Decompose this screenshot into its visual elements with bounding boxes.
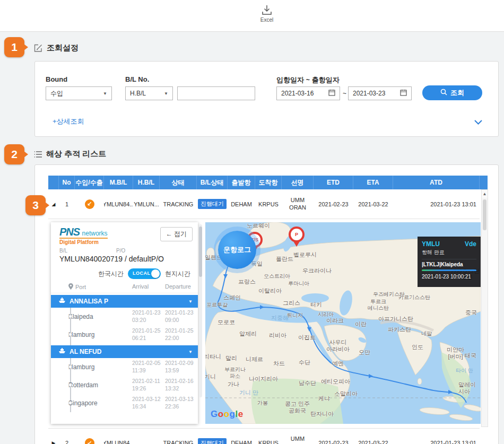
- col-hbl: H.B/L: [133, 176, 160, 189]
- row-expand-toggle[interactable]: ◢: [52, 202, 56, 207]
- map-country-label: 우크라이나: [302, 267, 332, 274]
- cluster-label: 운항로그: [223, 245, 251, 255]
- arrival-date: 2021-02-11: [132, 378, 160, 384]
- bound-label: Bound: [46, 75, 67, 83]
- excel-download-icon: [248, 5, 285, 15]
- po-value: defaultP/O: [129, 255, 164, 263]
- port-col-label: Port: [75, 284, 86, 290]
- google-logo: Google: [211, 409, 244, 420]
- voyage-log-cluster-marker[interactable]: 운항로그: [218, 231, 256, 269]
- vessel-name: AL NEFUD: [69, 348, 101, 355]
- timezone-toggle-row: 한국시간 LOCAL 현지시간: [51, 268, 198, 279]
- arrival-time: 16:34: [132, 403, 146, 410]
- port-pin[interactable]: P: [289, 227, 305, 247]
- detail-search-link[interactable]: +상세조회: [53, 117, 84, 126]
- date-to-input[interactable]: 2021-03-23: [348, 86, 412, 100]
- date-separator: ~: [343, 90, 346, 97]
- port-row: Hamburg 2021-02-0511:39 2021-02-0913:59: [51, 358, 198, 376]
- map-country-label: 독일: [251, 260, 263, 267]
- map-country-label: 사우디 아라비아: [326, 339, 350, 352]
- route-map[interactable]: 노르웨이아일랜드독일폴란드벨로루시우크라이나오스트리아프랑스루마니아이탈리아스페…: [205, 222, 481, 424]
- local-time-toggle[interactable]: LOCAL: [128, 268, 161, 279]
- po-label: P/O: [116, 248, 125, 254]
- scrollbar-thumb[interactable]: [483, 199, 486, 230]
- col-inout: 수입/수출: [75, 176, 104, 189]
- date-from-input[interactable]: 2021-03-16: [276, 86, 340, 100]
- vessel-section-bar[interactable]: ANNALISA P ▼: [51, 295, 198, 308]
- col-pod: 도착항: [255, 176, 282, 189]
- map-country-label: 중국: [465, 309, 477, 316]
- search-button[interactable]: 조회: [422, 85, 482, 100]
- port-name: Rotterdam: [51, 381, 132, 389]
- timeline-dot: [68, 365, 72, 369]
- arrival-date: 2021-03-12: [132, 396, 161, 402]
- col-bl-status: B/L상태: [197, 176, 228, 189]
- map-country-label: 남수단: [299, 380, 316, 387]
- vessel-section-bar[interactable]: AL NEFUD ▼: [51, 345, 198, 358]
- map-country-label: 포르투갈: [206, 302, 228, 308]
- date-range-label: 입항일자 ~ 출항일자: [276, 75, 340, 85]
- arrival-date: 2021-02-05: [132, 360, 161, 366]
- map-sea-label: 기니 만: [239, 389, 258, 396]
- col-mbl: M.B/L: [104, 176, 133, 189]
- calendar-icon[interactable]: [400, 89, 407, 98]
- departure-date: 2021-01-23: [165, 309, 194, 316]
- arrival-time: 06:21: [132, 335, 146, 341]
- pns-logo: PNS networks Digital Platform: [59, 227, 108, 245]
- map-country-label: 니제르: [246, 356, 263, 363]
- voyage-progress-bar: [422, 269, 476, 271]
- table-row[interactable]: ◢ 1 ↙ YMLUN84... YMLUN... TRACKING 진행대기 …: [48, 189, 480, 219]
- ship-icon: [58, 298, 66, 305]
- itinerary-scrollbar[interactable]: [199, 224, 202, 397]
- bound-select[interactable]: 수입 ▼: [46, 86, 112, 100]
- panel-collapse-chevron-icon[interactable]: [474, 117, 482, 127]
- map-country-label: 노르웨이: [247, 222, 270, 229]
- chevron-down-icon: ▼: [188, 350, 193, 354]
- port-row: Singapore 2021-03-1216:34 2021-03-1322:3…: [51, 394, 198, 412]
- table-row[interactable]: ▶ 2 ↙ YMLUN84... TRACKING 진행대기 DEHAM KRP…: [48, 428, 480, 444]
- map-country-label: 차드: [273, 360, 285, 367]
- tracking-list-panel: No 수입/수출 M.B/L H.B/L 상태 B/L상태 출발항 도착항 선명…: [34, 164, 499, 444]
- toolbar: Excel: [0, 0, 504, 32]
- cell-pol: DEHAM: [228, 189, 255, 219]
- collapse-detail-button[interactable]: ← 접기: [160, 227, 193, 241]
- calendar-icon[interactable]: [328, 89, 335, 98]
- map-country-label: 케냐: [318, 395, 330, 402]
- map-sea-label: 지중해: [271, 315, 289, 321]
- cell-atd: 2021-01-23 13:01: [393, 189, 480, 219]
- cell-etd: 2021-02-23: [314, 429, 353, 444]
- excel-export-button[interactable]: Excel: [248, 5, 285, 23]
- col-pol: 출발항: [228, 176, 255, 189]
- bl-label: B/L: [59, 248, 116, 254]
- table-scrollbar[interactable]: ▲: [481, 189, 488, 427]
- map-country-label: 미얀마 [버마]: [447, 346, 464, 360]
- korea-time-label: 한국시간: [98, 269, 124, 278]
- scroll-up-icon[interactable]: ▲: [482, 190, 488, 198]
- toggle-label: LOCAL: [133, 271, 151, 276]
- arrival-date: 2021-01-25: [132, 327, 161, 334]
- chevron-down-icon: ▼: [164, 91, 168, 96]
- list-icon: [34, 151, 42, 158]
- map-country-label: 아프가니스탄: [378, 316, 413, 323]
- col-no: No: [59, 176, 75, 189]
- search-icon: [440, 89, 447, 97]
- col-eta: ETA: [353, 176, 393, 189]
- chevron-down-icon: ▼: [188, 299, 193, 304]
- tracking-detail-card: PNS networks Digital Platform ← 접기 B/L P…: [51, 222, 198, 424]
- port-row: Hamburg 2021-01-2506:21 2021-01-2522:00: [51, 326, 198, 344]
- bl-status-badge: 진행대기: [198, 438, 227, 444]
- map-country-label: 그리스: [283, 300, 300, 307]
- map-country-label: 태국: [465, 352, 476, 359]
- scrollbar-thumb[interactable]: [199, 227, 202, 277]
- arrival-col-label: Arrival: [132, 283, 165, 291]
- departure-date: 2021-02-16: [165, 378, 194, 384]
- departure-date: 2021-02-09: [165, 360, 194, 366]
- row-expand-toggle[interactable]: ▶: [52, 440, 56, 444]
- map-country-label: 이란: [355, 321, 367, 328]
- map-country-label: 시리아: [318, 311, 334, 318]
- bl-no-input[interactable]: [177, 86, 255, 100]
- search-settings-header: 조회설정: [34, 43, 79, 53]
- map-country-label: 말리: [225, 355, 237, 362]
- bl-type-select[interactable]: H.B/L ▼: [125, 86, 173, 100]
- map-country-label: 투르크 메니스탄: [368, 299, 389, 311]
